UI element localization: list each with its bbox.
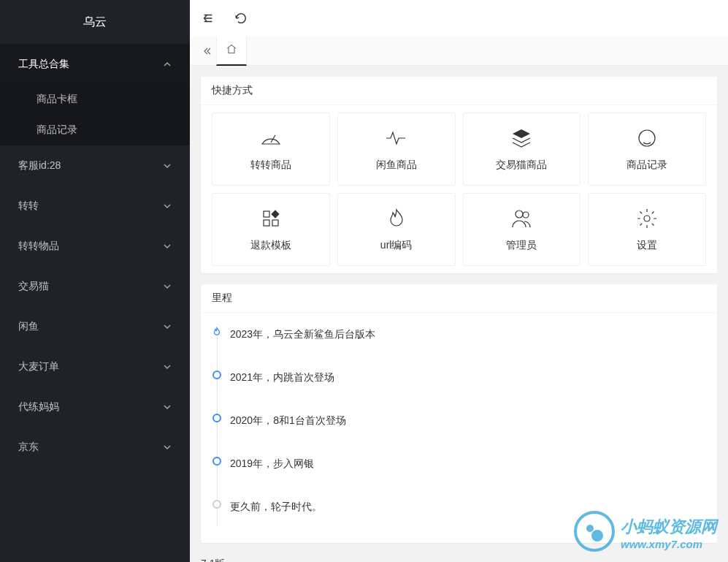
nav-sub-card[interactable]: 商品卡框 — [0, 84, 190, 115]
flame-icon — [385, 207, 408, 230]
chevron-down-icon — [163, 162, 172, 170]
menu-toggle-icon[interactable] — [201, 11, 215, 26]
nav-group-dailian[interactable]: 代练妈妈 — [0, 387, 190, 427]
svg-rect-4 — [272, 220, 278, 226]
nav: 工具总合集 商品卡框 商品记录 客服id:28 转转 转转物品 交易猫 — [0, 44, 190, 562]
watermark-url: www.xmy7.com — [621, 538, 717, 550]
nav-label: 大麦订单 — [18, 360, 59, 373]
svg-point-5 — [516, 210, 523, 218]
nav-group-tools[interactable]: 工具总合集 — [0, 44, 190, 84]
pulse-icon — [385, 126, 408, 150]
chevron-down-icon — [163, 322, 172, 331]
nav-label: 转转物品 — [18, 240, 59, 253]
nav-label: 转转 — [18, 200, 39, 213]
chevron-down-icon — [163, 443, 172, 452]
timeline-item: 2023年，乌云全新鲨鱼后台版本 — [230, 320, 706, 363]
nav-group-jd[interactable]: 京东 — [0, 427, 190, 467]
timeline-dot-icon — [212, 414, 221, 422]
svg-point-7 — [644, 216, 650, 221]
flame-icon — [212, 327, 221, 336]
nav-group-xianyu[interactable]: 闲鱼 — [0, 306, 190, 346]
topbar — [190, 0, 728, 37]
nav-sub-tools: 商品卡框 商品记录 — [0, 84, 190, 145]
timeline-text: 2019年，步入网银 — [230, 457, 314, 469]
timeline: 2023年，乌云全新鲨鱼后台版本 2021年，内跳首次登场 2020年，8和1台… — [212, 320, 706, 536]
timeline-dot-icon — [212, 500, 221, 509]
grid-icon — [259, 207, 283, 230]
shortcut-url-encode[interactable]: url编码 — [337, 193, 456, 266]
nav-group-kefu[interactable]: 客服id:28 — [0, 145, 190, 186]
shortcut-label: 商品记录 — [627, 159, 667, 172]
timeline-dot-icon — [212, 457, 221, 466]
gauge-icon — [259, 126, 283, 150]
shortcuts-panel: 快捷方式 转转商品 闲鱼商品 交易猫商品 — [201, 77, 717, 273]
tab-home[interactable] — [216, 37, 247, 66]
watermark: 小蚂蚁资源网 www.xmy7.com — [574, 511, 717, 555]
nav-group-jiaoyimao[interactable]: 交易猫 — [0, 266, 190, 306]
gear-icon — [635, 207, 659, 230]
chevron-up-icon — [163, 60, 172, 69]
timeline-text: 2023年，乌云全新鲨鱼后台版本 — [230, 328, 375, 340]
tabbar — [190, 37, 728, 66]
shortcut-grid: 转转商品 闲鱼商品 交易猫商品 商品记录 — [212, 113, 706, 266]
home-icon — [226, 43, 237, 58]
timeline-item: 2020年，8和1台首次登场 — [230, 406, 706, 449]
nav-label: 京东 — [18, 441, 39, 454]
sidebar: 乌云 工具总合集 商品卡框 商品记录 客服id:28 转转 转转物品 — [0, 0, 190, 562]
refresh-icon[interactable] — [234, 11, 248, 26]
watermark-name: 小蚂蚁资源网 — [621, 516, 717, 538]
ant-icon — [574, 511, 615, 555]
svg-point-10 — [591, 530, 603, 542]
svg-rect-3 — [264, 220, 269, 226]
app-title: 乌云 — [0, 0, 190, 44]
timeline-item: 2021年，内跳首次登场 — [230, 363, 706, 406]
nav-label: 客服id:28 — [18, 159, 61, 172]
shortcut-refund-template[interactable]: 退款模板 — [212, 193, 330, 266]
svg-rect-2 — [271, 210, 279, 218]
layers-icon — [510, 126, 533, 150]
timeline-line — [217, 329, 218, 527]
content: 快捷方式 转转商品 闲鱼商品 交易猫商品 — [190, 66, 728, 562]
timeline-panel: 里程 2023年，乌云全新鲨鱼后台版本 2021年，内跳首次登场 — [201, 284, 717, 543]
version-label: 7.1版 — [190, 554, 728, 562]
svg-point-6 — [523, 212, 529, 218]
chevron-down-icon — [163, 403, 172, 411]
nav-group-zhuanzhuan-goods[interactable]: 转转物品 — [0, 226, 190, 266]
shortcut-admin[interactable]: 管理员 — [463, 193, 581, 266]
shortcut-label: 设置 — [637, 239, 657, 252]
timeline-text: 2021年，内跳首次登场 — [230, 371, 334, 383]
shortcut-label: 转转商品 — [250, 159, 291, 172]
timeline-dot-icon — [212, 371, 221, 379]
tabs-collapse-icon[interactable] — [199, 47, 216, 56]
shortcut-label: 退款模板 — [250, 239, 291, 252]
nav-group-zhuanzhuan[interactable]: 转转 — [0, 186, 190, 226]
shortcut-label: url编码 — [380, 239, 413, 252]
user-icon — [510, 207, 533, 230]
timeline-item: 2019年，步入网银 — [230, 449, 706, 493]
nav-label: 闲鱼 — [18, 320, 39, 333]
shortcut-label: 闲鱼商品 — [376, 159, 417, 172]
svg-point-9 — [586, 525, 594, 532]
svg-rect-1 — [264, 211, 269, 217]
nav-label: 代练妈妈 — [18, 400, 59, 414]
shortcut-jiaoyimao-goods[interactable]: 交易猫商品 — [463, 113, 581, 186]
timeline-title: 里程 — [201, 284, 717, 313]
shortcut-settings[interactable]: 设置 — [588, 193, 706, 266]
chevron-down-icon — [163, 362, 172, 371]
shortcuts-title: 快捷方式 — [201, 77, 717, 105]
circle-icon — [635, 126, 659, 150]
shortcut-records[interactable]: 商品记录 — [588, 113, 706, 186]
nav-label: 工具总合集 — [18, 58, 69, 71]
nav-sub-record[interactable]: 商品记录 — [0, 115, 190, 145]
chevron-down-icon — [163, 282, 172, 291]
nav-group-damai[interactable]: 大麦订单 — [0, 346, 190, 387]
shortcut-label: 交易猫商品 — [496, 159, 547, 172]
shortcut-zhuanzhuan-goods[interactable]: 转转商品 — [212, 113, 330, 186]
main: 快捷方式 转转商品 闲鱼商品 交易猫商品 — [190, 0, 728, 562]
timeline-text: 2020年，8和1台首次登场 — [230, 414, 346, 426]
shortcut-label: 管理员 — [506, 239, 537, 252]
shortcut-xianyu-goods[interactable]: 闲鱼商品 — [337, 113, 456, 186]
timeline-text: 更久前，轮子时代。 — [230, 501, 322, 512]
nav-label: 交易猫 — [18, 280, 49, 293]
chevron-down-icon — [163, 202, 172, 210]
